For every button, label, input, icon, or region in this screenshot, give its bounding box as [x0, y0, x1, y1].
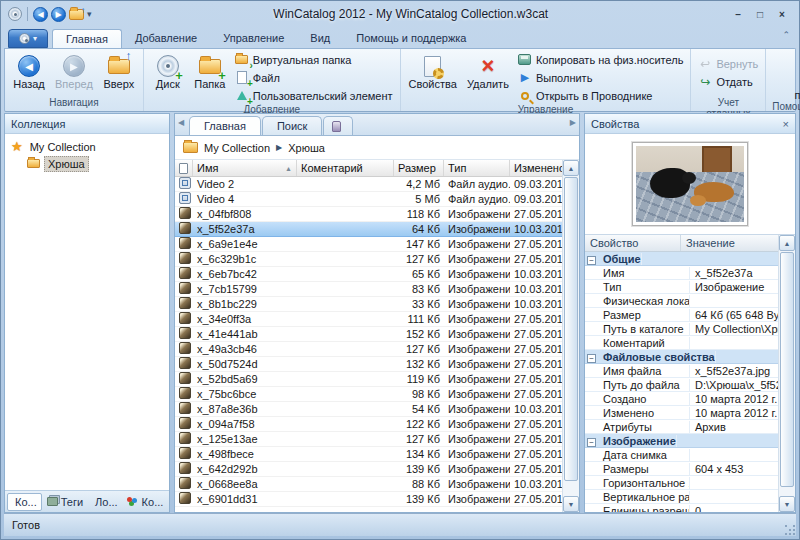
document-tab[interactable]: Главная — [189, 116, 261, 135]
tree-item-root[interactable]: ★ My Collection — [7, 138, 167, 155]
close-button[interactable]: × — [774, 7, 790, 21]
table-row[interactable]: x_5f52e37a 64 Кб Изображение 10.03.2012 … — [175, 222, 562, 237]
header-size[interactable]: Размер — [394, 160, 444, 176]
give-button[interactable]: ↪ Отдать — [698, 73, 758, 90]
property-row[interactable]: Физическая лока.. — [585, 294, 778, 308]
property-row[interactable]: Единицы разреш... 0 — [585, 504, 778, 512]
add-user-item-button[interactable]: + Пользовательский элемент — [235, 87, 393, 104]
table-row[interactable]: x_8b1bc229 33 Кб Изображение 10.03.2012 … — [175, 297, 562, 312]
prop-col-name[interactable]: Свойство — [585, 235, 681, 251]
property-row[interactable]: Путь до файла D:\Хрюша\x_5f52... — [585, 378, 778, 392]
ribbon-tab[interactable]: Помощь и поддержка — [343, 29, 479, 48]
property-row[interactable]: Создано 10 марта 2012 г. ... — [585, 392, 778, 406]
delete-button[interactable]: × Удалить — [462, 51, 514, 104]
copy-to-media-button[interactable]: Копировать на физ.носитель — [518, 51, 683, 68]
header-type[interactable]: Тип — [444, 160, 510, 176]
table-row[interactable]: x_52bd5a69 119 Кб Изображение 27.05.2011… — [175, 372, 562, 387]
scrollbar-thumb[interactable] — [564, 177, 578, 481]
table-row[interactable]: x_7cb15799 83 Кб Изображение 10.03.2012 … — [175, 282, 562, 297]
add-virtual-folder-button[interactable]: › Виртуальная папка — [235, 51, 393, 68]
add-file-button[interactable]: + Файл — [235, 69, 393, 86]
property-row[interactable]: Тип Изображение — [585, 280, 778, 294]
panel-close-icon[interactable]: × — [783, 118, 789, 130]
tab-scroll-right-icon[interactable]: ▶ — [570, 118, 576, 127]
table-row[interactable]: x_094a7f58 122 Кб Изображение 27.05.2011… — [175, 417, 562, 432]
forward-button[interactable]: ▶ Вперед — [50, 51, 98, 97]
property-row[interactable]: − Общие — [585, 252, 778, 266]
property-row[interactable]: Размер 64 Кб (65 648 Bytes) — [585, 308, 778, 322]
prop-scrollbar-track[interactable] — [779, 488, 795, 496]
table-row[interactable]: x_642d292b 139 Кб Изображение 27.05.2011… — [175, 462, 562, 477]
scroll-down-icon[interactable]: ▼ — [563, 496, 579, 512]
return-button[interactable]: ↩ Вернуть — [698, 55, 758, 72]
table-row[interactable]: x_75bc6bce 98 Кб Изображение 27.05.2011 … — [175, 387, 562, 402]
tab-scroll-left-icon[interactable]: ◀ — [178, 118, 184, 127]
property-row[interactable]: Путь в каталоге My Collection\Хрю... — [585, 322, 778, 336]
document-tab[interactable]: Поиск — [262, 116, 322, 135]
forward-icon[interactable]: ▶ — [51, 7, 66, 22]
about-button[interactable]: i О программе — [786, 51, 800, 101]
ribbon-collapse-icon[interactable]: ⌃ — [782, 30, 790, 40]
document-tab[interactable] — [323, 116, 353, 135]
property-row[interactable]: − Изображение — [585, 434, 778, 448]
header-icon-column[interactable] — [175, 160, 193, 176]
table-row[interactable]: x_04fbf808 118 Кб Изображение 27.05.2011… — [175, 207, 562, 222]
prop-scroll-down-icon[interactable]: ▼ — [779, 496, 795, 512]
table-row[interactable]: x_6a9e1e4e 147 Кб Изображение 27.05.2011… — [175, 237, 562, 252]
group-expander-icon[interactable]: − — [585, 351, 598, 363]
table-row[interactable]: Video 2 4,2 Мб Файл аудио... 09.03.2012 … — [175, 177, 562, 192]
property-row[interactable]: Вертикальное ра... — [585, 490, 778, 504]
prop-col-value[interactable]: Значение — [681, 235, 778, 251]
photo-preview[interactable] — [636, 146, 744, 222]
table-row[interactable]: x_6c329b1c 127 Кб Изображение 27.05.2011… — [175, 252, 562, 267]
ribbon-tab[interactable]: Управление — [210, 29, 297, 48]
table-row[interactable]: x_498fbece 134 Кб Изображение 27.05.2011… — [175, 447, 562, 462]
sidebar-tab[interactable]: Ко... — [123, 494, 168, 510]
header-modified[interactable]: Изменено — [510, 160, 562, 176]
sidebar-tab[interactable]: Ло... — [88, 494, 122, 510]
sidebar-tab[interactable]: Теги — [43, 494, 87, 510]
property-row[interactable]: Атрибуты Архив — [585, 420, 778, 434]
ribbon-tab[interactable]: Вид — [297, 29, 343, 48]
minimize-button[interactable]: – — [730, 7, 746, 21]
add-folder-button[interactable]: + Папка — [189, 51, 231, 104]
up-button[interactable]: ↑ Вверх — [98, 51, 140, 97]
table-row[interactable]: Video 4 5 Мб Файл аудио... 09.03.2012 1.… — [175, 192, 562, 207]
add-disk-button[interactable]: + Диск — [147, 51, 189, 104]
application-menu-button[interactable]: ▾ — [8, 29, 48, 48]
open-in-explorer-button[interactable]: Открыть в Проводнике — [518, 87, 683, 104]
property-row[interactable]: Изменено 10 марта 2012 г. ... — [585, 406, 778, 420]
table-row[interactable]: x_34e0ff3a 111 Кб Изображение 27.05.2011… — [175, 312, 562, 327]
header-name[interactable]: Имя ▲ — [193, 160, 297, 176]
table-row[interactable]: x_125e13ae 127 Кб Изображение 27.05.2011… — [175, 432, 562, 447]
up-folder-icon[interactable]: ↑ — [69, 9, 84, 20]
back-button[interactable]: ◀ Назад — [8, 51, 50, 97]
group-expander-icon[interactable]: − — [585, 435, 598, 447]
prop-scrollbar-thumb[interactable] — [780, 252, 794, 487]
maximize-button[interactable]: □ — [752, 7, 768, 21]
table-row[interactable]: x_87a8e36b 54 Кб Изображение 10.03.2012 … — [175, 402, 562, 417]
property-row[interactable]: Имя файла x_5f52e37a.jpg — [585, 364, 778, 378]
sidebar-tab[interactable]: Ко... — [7, 493, 42, 511]
group-expander-icon[interactable]: − — [585, 253, 598, 265]
breadcrumb-current[interactable]: Хрюша — [288, 142, 325, 154]
app-icon[interactable] — [8, 7, 22, 21]
run-button[interactable]: ▶ Выполнить — [518, 69, 683, 86]
back-icon[interactable]: ◀ — [33, 7, 48, 22]
table-row[interactable]: x_49a3cb46 127 Кб Изображение 27.05.2011… — [175, 342, 562, 357]
scroll-up-icon[interactable]: ▲ — [563, 160, 579, 176]
ribbon-tab[interactable]: Главная — [52, 29, 122, 48]
table-row[interactable]: x_41e441ab 152 Кб Изображение 27.05.2011… — [175, 327, 562, 342]
resize-grip[interactable] — [783, 523, 795, 535]
property-row[interactable]: Дата снимка — [585, 448, 778, 462]
prop-scroll-up-icon[interactable]: ▲ — [779, 235, 795, 251]
table-row[interactable]: x_6901dd31 139 Кб Изображение 27.05.2011… — [175, 492, 562, 507]
ribbon-tab[interactable]: Добавление — [122, 29, 210, 48]
properties-button[interactable]: Свойства — [404, 51, 462, 104]
header-comment[interactable]: Коментарий — [297, 160, 394, 176]
property-row[interactable]: Имя x_5f52e37a — [585, 266, 778, 280]
property-row[interactable]: Горизонтальное ... — [585, 476, 778, 490]
scrollbar-track[interactable] — [563, 482, 579, 496]
table-row[interactable]: x_0668ee8a 88 Кб Изображение 10.03.2012 … — [175, 477, 562, 492]
breadcrumb-root[interactable]: My Collection — [204, 142, 270, 154]
